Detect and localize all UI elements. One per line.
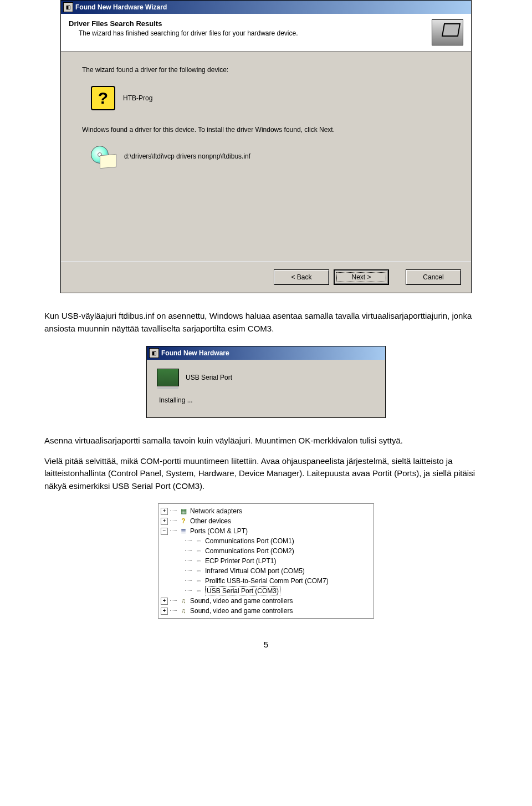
- unknown-devices-icon: ?: [179, 517, 188, 525]
- chip-icon: [157, 369, 179, 386]
- sound-icon: ♫: [179, 607, 188, 615]
- wizard-button-bar: < Back Next > Cancel: [61, 261, 471, 293]
- found-hardware-sysicon: ◧: [149, 348, 159, 358]
- expand-icon[interactable]: +: [161, 598, 168, 605]
- wizard-subheading: The wizard has finished searching for dr…: [79, 29, 432, 37]
- network-adapter-icon: ▦: [179, 507, 188, 515]
- lpt-port-icon: ⎓: [194, 557, 203, 565]
- found-hardware-device: USB Serial Port: [186, 374, 232, 381]
- expand-icon[interactable]: +: [161, 508, 168, 515]
- tree-network-adapters[interactable]: + ▦ Network adapters: [161, 506, 371, 516]
- wizard-found-message: Windows found a driver for this device. …: [82, 126, 456, 134]
- collapse-icon[interactable]: −: [161, 528, 168, 535]
- page-number: 5: [44, 640, 488, 649]
- unknown-device-icon: ?: [91, 86, 115, 110]
- expand-icon[interactable]: +: [161, 518, 168, 525]
- wizard-device-name: HTB-Prog: [123, 94, 152, 102]
- tree-usb-serial[interactable]: ⎓ USB Serial Port (COM3): [161, 586, 371, 596]
- wizard-dialog: ◧ Found New Hardware Wizard Driver Files…: [60, 0, 472, 293]
- doc-paragraph-3: Vielä pitää selvittää, mikä COM-portti m…: [44, 455, 488, 493]
- cancel-button[interactable]: Cancel: [406, 269, 461, 285]
- wizard-title-text: Found New Hardware Wizard: [75, 3, 167, 11]
- com-port-icon: ⎓: [194, 537, 203, 545]
- com-port-icon: ⎓: [194, 547, 203, 555]
- wizard-driver-path: d:\drivers\ftdi\vcp drivers nonpnp\ftdib…: [124, 152, 250, 160]
- tree-com1[interactable]: ⎓ Communications Port (COM1): [161, 536, 371, 546]
- tree-sound1[interactable]: + ♫ Sound, video and game controllers: [161, 596, 371, 606]
- ports-icon: ≣: [179, 527, 188, 535]
- wizard-sysicon: ◧: [63, 2, 73, 12]
- wizard-heading: Driver Files Search Results: [69, 19, 432, 28]
- device-manager-tree: + ▦ Network adapters + ? Other devices −…: [158, 503, 374, 619]
- back-button[interactable]: < Back: [274, 269, 329, 285]
- tree-lpt1[interactable]: ⎓ ECP Printer Port (LPT1): [161, 556, 371, 566]
- tree-com2[interactable]: ⎓ Communications Port (COM2): [161, 546, 371, 556]
- com-port-icon: ⎓: [194, 577, 203, 585]
- doc-paragraph-1: Kun USB-väyläajuri ftdibus.inf on asenne…: [44, 310, 488, 335]
- found-hardware-titlebar: ◧ Found New Hardware: [147, 346, 385, 360]
- wizard-titlebar: ◧ Found New Hardware Wizard: [61, 1, 471, 14]
- cd-folder-icon: [91, 146, 116, 167]
- found-hardware-title-text: Found New Hardware: [161, 349, 229, 357]
- tree-prolific[interactable]: ⎓ Prolific USB-to-Serial Comm Port (COM7…: [161, 576, 371, 586]
- tree-other-devices[interactable]: + ? Other devices: [161, 516, 371, 526]
- expand-icon[interactable]: +: [161, 608, 168, 615]
- sound-icon: ♫: [179, 597, 188, 605]
- tree-ir[interactable]: ⎓ Infrared Virtual COM port (COM5): [161, 566, 371, 576]
- next-button[interactable]: Next >: [334, 269, 389, 285]
- tree-sound2[interactable]: + ♫ Sound, video and game controllers: [161, 606, 371, 616]
- found-hardware-status: Installing ...: [159, 396, 375, 404]
- hardware-box-icon: [432, 19, 463, 45]
- com-port-icon: ⎓: [194, 587, 203, 595]
- wizard-found-intro: The wizard found a driver for the follow…: [82, 66, 456, 74]
- tree-ports[interactable]: − ≣ Ports (COM & LPT): [161, 526, 371, 536]
- ir-port-icon: ⎓: [194, 567, 203, 575]
- wizard-header: Driver Files Search Results The wizard h…: [61, 14, 471, 52]
- found-hardware-dialog: ◧ Found New Hardware USB Serial Port Ins…: [146, 346, 386, 418]
- doc-paragraph-2: Asenna virtuaalisarjaportti samalla tavo…: [44, 435, 488, 447]
